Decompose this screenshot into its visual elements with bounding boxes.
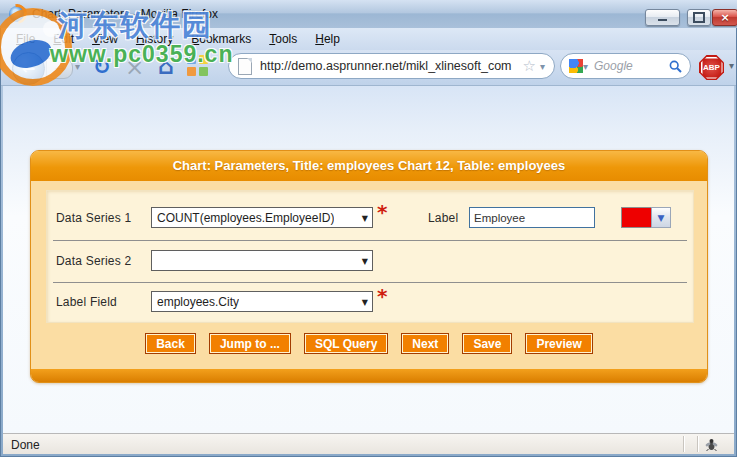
chevron-down-icon: ▼ — [362, 214, 368, 223]
address-dropdown-icon[interactable]: ▾ — [540, 61, 545, 72]
maximize-button[interactable] — [687, 9, 711, 26]
menu-edit[interactable]: Edit — [44, 29, 83, 49]
address-bar[interactable]: http://demo.asprunner.net/mikl_xlinesoft… — [228, 53, 555, 79]
menu-history[interactable]: History — [127, 29, 182, 49]
chart-parameters-panel: Chart: Parameters, Title: employees Char… — [30, 150, 708, 383]
preview-button[interactable]: Preview — [525, 333, 592, 354]
data-series-1-select[interactable]: COUNT(employees.EmployeeID) ▼ — [151, 207, 373, 228]
page-icon — [238, 58, 252, 75]
series-label-input[interactable] — [469, 207, 595, 228]
adblock-plus-icon[interactable]: ABP — [699, 55, 724, 80]
search-engine-dropdown-icon[interactable]: ▾ — [583, 61, 588, 72]
browser-window: Chart: Parameters - Mozilla Firefox × Fi… — [0, 0, 737, 457]
label-field-select[interactable]: employees.City ▼ — [151, 291, 373, 312]
jump-to-button[interactable]: Jump to ... — [209, 333, 291, 354]
navigation-toolbar: ← → ▾ ↻ × ⌂ http://demo.asprunner.net/mi… — [1, 50, 736, 86]
menu-bar: File Edit View History Bookmarks Tools H… — [1, 28, 736, 50]
required-asterisk-icon: * — [377, 284, 387, 308]
back-button[interactable]: ← — [12, 52, 45, 85]
label-field-label: Label Field — [56, 295, 117, 309]
search-magnifier-icon[interactable] — [669, 60, 682, 73]
save-button[interactable]: Save — [462, 333, 512, 354]
forward-dropdown-icon[interactable]: ▾ — [75, 61, 80, 72]
search-input[interactable] — [592, 58, 669, 74]
stop-button[interactable]: × — [125, 54, 144, 80]
close-icon: × — [720, 12, 729, 23]
home-button[interactable]: ⌂ — [158, 54, 174, 80]
google-icon[interactable] — [569, 59, 583, 73]
data-series-2-label: Data Series 2 — [56, 254, 131, 268]
color-dropdown-button[interactable]: ▼ — [651, 207, 671, 228]
panel-title: Chart: Parameters, Title: employees Char… — [31, 151, 707, 181]
required-asterisk-icon: * — [377, 200, 387, 224]
page-content: Chart: Parameters, Title: employees Char… — [3, 86, 734, 433]
color-swatch[interactable] — [621, 207, 652, 228]
refresh-button[interactable]: ↻ — [93, 54, 111, 80]
button-row: Back Jump to ... SQL Query Next Save Pre… — [31, 333, 707, 354]
sql-query-button[interactable]: SQL Query — [304, 333, 388, 354]
status-text: Done — [11, 438, 40, 452]
back-form-button[interactable]: Back — [145, 333, 196, 354]
row-divider — [53, 240, 687, 241]
chevron-down-icon: ▼ — [362, 257, 368, 266]
title-bar: Chart: Parameters - Mozilla Firefox × — [0, 0, 737, 28]
url-text[interactable]: http://demo.asprunner.net/mikl_xlinesoft… — [260, 59, 519, 73]
extension-squares-icon[interactable] — [187, 55, 209, 77]
bookmark-star-icon[interactable]: ☆ — [523, 57, 536, 75]
adblock-label: ABP — [703, 63, 720, 72]
forward-button[interactable]: → — [46, 58, 73, 79]
label-field-caption: Label — [428, 211, 458, 225]
next-button[interactable]: Next — [401, 333, 449, 354]
row-divider — [53, 282, 687, 283]
status-separator — [697, 436, 698, 452]
status-separator — [683, 436, 684, 452]
window-title: Chart: Parameters - Mozilla Firefox — [32, 7, 218, 21]
bug-icon[interactable] — [704, 437, 719, 452]
status-bar: Done — [3, 433, 734, 454]
menu-view[interactable]: View — [83, 29, 127, 49]
minimize-button[interactable] — [645, 9, 680, 26]
menu-help[interactable]: Help — [306, 29, 349, 49]
data-series-1-label: Data Series 1 — [56, 211, 131, 225]
data-series-2-select[interactable]: ▼ — [151, 250, 373, 271]
firefox-icon — [9, 6, 25, 22]
chevron-down-icon: ▼ — [362, 298, 368, 307]
search-box[interactable]: ▾ — [560, 53, 691, 79]
close-button[interactable]: × — [712, 9, 737, 26]
panel-footer — [31, 369, 707, 382]
menu-bookmarks[interactable]: Bookmarks — [182, 29, 260, 49]
adblock-dropdown-icon[interactable]: ▾ — [729, 60, 734, 71]
menu-file[interactable]: File — [7, 29, 44, 49]
menu-tools[interactable]: Tools — [260, 29, 306, 49]
